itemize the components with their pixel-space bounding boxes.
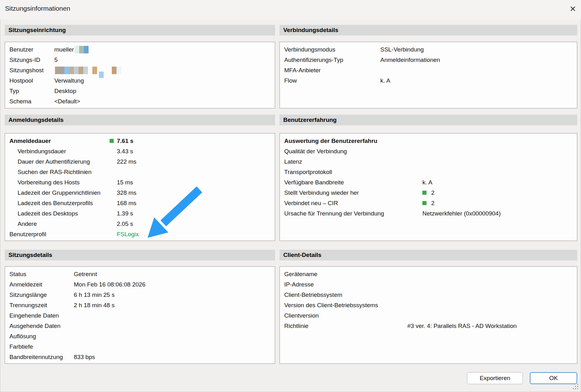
row-label: Ladezeit der Gruppenrichtlinien [18,189,110,196]
row-value: #3 ver. 4: Parallels RAS - AD Workstatio… [407,323,517,329]
row-label: Verbindungsdauer [18,148,110,155]
row-label: Client-Betriebssystem [284,291,407,298]
row-label: Anmeldezeit [9,281,74,288]
row-label: Verfügbare Bandbreite [284,179,422,186]
row-value: k. A [422,179,432,186]
resize-grip[interactable] [573,384,579,390]
row-value: 2 h 18 min 48 s [74,302,115,309]
status-square-icon [110,139,114,143]
row-value: 15 ms [117,179,133,186]
row-label: Eingehende Daten [9,312,74,319]
row-value: Netzwerkfehler (0x00000904) [422,210,501,217]
info-row: Ladezeit des Desktops 1.39 s [5,208,275,219]
info-row: Bandbreitennutzung 833 bps [5,352,275,362]
row-label: Verbindet neu – CIR [284,200,422,207]
row-label: Vorbereitung des Hosts [18,179,110,186]
row-value: 7.61 s [117,138,133,144]
row-label: Flow [284,77,380,84]
row-label: Trennungszeit [9,302,74,309]
section-box-sitzungsdetails: Status Getrennt Anmeldezeit Mon Feb 16 0… [5,266,275,364]
info-row: MFA-Anbieter [280,65,577,75]
row-label: Farbtiefe [9,343,74,350]
info-row: Flow k. A [280,75,577,86]
info-row: Richtlinie #3 ver. 4: Parallels RAS - AD… [280,321,577,331]
row-label: Auswertung der Benutzererfahru [284,138,422,144]
info-row: IP-Adresse [280,279,577,290]
row-value: mueller [54,46,74,53]
row-value: Desktop [54,88,76,95]
row-label: Richtlinie [284,323,407,329]
info-row: Clientversion [280,310,577,321]
row-label: Gerätename [284,271,407,278]
row-label: Verbindungsmodus [284,46,380,53]
row-label: Bandbreitennutzung [9,354,74,361]
row-value-fslogix: FSLogix [117,231,139,238]
info-row: Verbindungsdauer 3.43 s [5,146,275,156]
info-row: Verbindungsmodus SSL-Verbindung [280,44,577,55]
info-row: Suchen der RAS-Richtlinien [5,167,275,177]
row-label: Ladezeit des Benutzerprofils [18,200,110,207]
info-row: Verbindet neu – CIR 2 [280,198,577,208]
row-label: Version des Client-Betriebssystems [284,302,407,309]
info-row: Schema <Default> [5,96,275,106]
section-header-verbindungsdetails: Verbindungsdetails [280,25,577,35]
row-label: Typ [9,88,54,95]
info-row: Client-Betriebssystem [280,290,577,300]
info-row: Benutzerprofil FSLogix [5,229,275,239]
section-header-anmeldungsdetails: Anmeldungsdetails [5,115,275,125]
export-button[interactable]: Exportieren [467,372,523,384]
info-row: Eingehende Daten [5,310,275,321]
section-box-verbindungsdetails: Verbindungsmodus SSL-Verbindung Authenti… [280,42,577,108]
row-value: Verwaltung [54,77,84,84]
row-label: MFA-Anbieter [284,67,380,74]
info-row: Verfügbare Bandbreite k. A [280,177,577,188]
ok-button[interactable]: OK [530,372,577,384]
title-bar [0,0,581,19]
section-box-anmeldungsdetails: Anmeldedauer 7.61 s Verbindungsdauer 3.4… [5,133,275,241]
info-row: Anmeldezeit Mon Feb 16 08:06:08 2026 [5,279,275,290]
section-header-client-details: Client-Details [280,250,577,260]
status-square-icon [422,201,426,205]
dialog-title: Sitzungsinformationen [5,5,70,12]
row-label: Qualität der Verbindung [284,148,422,155]
row-label: Ladezeit des Desktops [18,210,110,217]
row-label: Andere [18,220,110,227]
row-value: 2 [431,200,435,207]
row-value: Anmeldeinformationen [380,57,440,63]
info-row: Sitzungs-ID 5 [5,55,275,65]
row-value: SSL-Verbindung [380,46,424,53]
info-row: Gerätename [280,269,577,279]
section-header-sitzungseinrichtung: Sitzungseinrichtung [5,25,275,35]
row-value: <Default> [54,98,80,105]
row-label: Status [9,271,74,278]
info-row: Ladezeit der Gruppenrichtlinien 328 ms [5,188,275,198]
info-row: Anmeldedauer 7.61 s [5,136,275,146]
info-row: Version des Client-Betriebssystems [280,300,577,310]
row-value: 6 h 13 min 25 s [74,291,115,298]
info-row: Vorbereitung des Hosts 15 ms [5,177,275,188]
info-row: Andere 2.05 s [5,219,275,229]
row-label: Sitzungs-ID [9,57,54,63]
section-header-benutzererfahrung: Benutzererfahrung [280,115,577,125]
row-value: 222 ms [117,158,136,165]
row-value: 2.05 s [117,220,133,227]
info-row: Ausgehende Daten [5,321,275,331]
row-value: 833 bps [74,354,95,361]
info-row: Ladezeit des Benutzerprofils 168 ms [5,198,275,208]
row-label: Schema [9,98,54,105]
row-label: Stellt Verbindung wieder her [284,189,422,196]
row-value: 1.39 s [117,210,133,217]
row-value: k. A [380,77,390,84]
status-square-icon [422,191,426,195]
info-row: Status Getrennt [5,269,275,279]
info-row: Auflösung [5,331,275,341]
row-label: Anmeldedauer [9,138,110,144]
row-value: 3.43 s [117,148,133,155]
row-value: Mon Feb 16 08:06:08 2026 [74,281,145,288]
close-icon[interactable]: ✕ [567,3,579,15]
info-row: Typ Desktop [5,86,275,96]
info-row: Sitzungshost [5,65,275,75]
info-row: Trennungszeit 2 h 18 min 48 s [5,300,275,310]
row-label: Benutzer [9,46,54,53]
row-value: 328 ms [117,189,136,196]
